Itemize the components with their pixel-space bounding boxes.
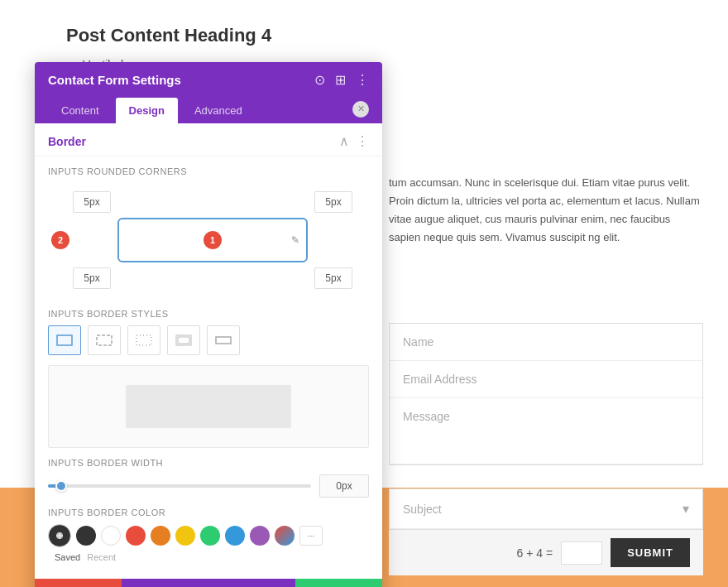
collapse-icon[interactable]: ∧ xyxy=(339,133,349,149)
saved-recent: Saved Recent xyxy=(55,552,116,562)
corner-top-right-input[interactable] xyxy=(314,191,352,213)
redo-button[interactable]: ↻ xyxy=(208,579,295,587)
tab-content[interactable]: Content xyxy=(48,98,113,123)
corners-label: Inputs Rounded Corners xyxy=(48,166,369,176)
double-border-icon xyxy=(175,334,193,347)
panel-header-icons: ⊙ ⊞ ⋮ xyxy=(314,72,369,88)
corner-top-left-input[interactable] xyxy=(73,191,111,213)
settings-icon[interactable]: ⊙ xyxy=(314,72,325,88)
submit-button[interactable]: SUBMIT xyxy=(611,538,690,567)
edit-icon[interactable]: ✎ xyxy=(291,234,299,246)
message-field-placeholder: Message xyxy=(390,398,702,464)
groove-border-icon xyxy=(214,334,232,347)
form-bottom-area: Subject ▾ xyxy=(389,488,703,530)
color-swatch-row: ··· Saved Recent xyxy=(48,524,369,562)
submit-row: 6 + 4 = SUBMIT xyxy=(389,530,703,575)
border-color-label: Inputs Border Color xyxy=(48,508,369,517)
saved-label: Saved xyxy=(55,552,80,562)
corner-bottom-right-input[interactable] xyxy=(314,267,352,289)
section-content: Inputs Rounded Corners 2 1 ✎ xyxy=(35,156,382,579)
svg-rect-0 xyxy=(57,335,72,345)
solid-border-icon xyxy=(55,334,74,347)
subject-row: Subject ▾ xyxy=(390,489,702,529)
swatch-blue[interactable] xyxy=(225,526,245,546)
border-preview-area xyxy=(48,365,369,448)
right-lorem-text: tum accumsan. Nunc in scelerisque dui. E… xyxy=(389,174,703,247)
panel: Contact Form Settings ⊙ ⊞ ⋮ Content Desi… xyxy=(35,62,382,587)
svg-rect-4 xyxy=(178,337,189,344)
dotted-border-icon xyxy=(135,334,153,347)
gradient-swatch[interactable] xyxy=(275,526,295,546)
border-style-dotted[interactable] xyxy=(127,325,160,355)
tab-design[interactable]: Design xyxy=(116,98,178,123)
more-icon[interactable]: ⋮ xyxy=(356,72,369,88)
border-styles-row xyxy=(48,325,369,355)
captcha-text: 6 + 4 = xyxy=(517,546,553,560)
border-style-groove[interactable] xyxy=(207,325,240,355)
panel-footer: ✕ ↺ ↻ ✓ xyxy=(35,579,382,587)
grid-icon[interactable]: ⊞ xyxy=(335,72,346,88)
border-styles-label: Inputs Border Styles xyxy=(48,309,369,319)
eyedropper-button[interactable] xyxy=(48,524,71,547)
corner-bottom-left-input[interactable] xyxy=(73,267,111,289)
border-width-label: Inputs Border Width xyxy=(48,458,369,468)
swatch-black[interactable] xyxy=(76,526,96,546)
panel-title: Contact Form Settings xyxy=(48,73,181,87)
border-style-double[interactable] xyxy=(167,325,200,355)
svg-rect-5 xyxy=(216,337,231,344)
section-more-icon[interactable]: ⋮ xyxy=(356,133,369,149)
swatch-purple[interactable] xyxy=(250,526,270,546)
tab-close-button[interactable]: ✕ xyxy=(352,101,369,118)
slider-value[interactable]: 0px xyxy=(319,474,369,498)
corner-preview: 1 ✎ xyxy=(117,218,308,262)
svg-rect-2 xyxy=(136,335,151,345)
border-section-title: Border xyxy=(48,135,86,148)
confirm-button[interactable]: ✓ xyxy=(295,579,382,587)
svg-rect-1 xyxy=(97,335,112,345)
badge-2: 2 xyxy=(51,231,69,249)
panel-tabs: Content Design Advanced ✕ xyxy=(35,98,382,123)
tab-advanced[interactable]: Advanced xyxy=(181,98,256,123)
border-style-solid[interactable] xyxy=(48,325,81,355)
swatch-orange[interactable] xyxy=(151,526,170,546)
name-field-placeholder: Name xyxy=(390,324,702,361)
badge-1: 1 xyxy=(204,231,222,249)
eyedropper-icon xyxy=(55,531,65,541)
recent-label: Recent xyxy=(87,552,116,562)
post-heading: Post Content Heading 4 xyxy=(0,17,728,55)
more-swatches-button[interactable]: ··· xyxy=(299,526,323,546)
cancel-button[interactable]: ✕ xyxy=(35,579,122,587)
swatch-white[interactable] xyxy=(101,526,121,546)
subject-label: Subject xyxy=(403,503,442,516)
border-width-slider-row: 0px xyxy=(48,474,369,498)
border-section-header: Border ∧ ⋮ xyxy=(35,123,382,156)
panel-header: Contact Form Settings ⊙ ⊞ ⋮ xyxy=(35,62,382,98)
panel-body: Border ∧ ⋮ Inputs Rounded Corners 2 xyxy=(35,123,382,579)
contact-form-right: Name Email Address Message xyxy=(389,323,703,465)
swatch-yellow[interactable] xyxy=(175,526,195,546)
slider-track[interactable] xyxy=(48,484,311,488)
slider-thumb[interactable] xyxy=(55,480,67,492)
swatch-red[interactable] xyxy=(126,526,146,546)
swatch-green[interactable] xyxy=(200,526,220,546)
undo-button[interactable]: ↺ xyxy=(122,579,208,587)
section-actions: ∧ ⋮ xyxy=(339,133,369,149)
subject-arrow-icon: ▾ xyxy=(682,501,689,517)
captcha-input[interactable] xyxy=(561,541,602,565)
email-field-placeholder: Email Address xyxy=(390,361,702,398)
dashed-border-icon xyxy=(95,334,113,347)
border-preview-inner xyxy=(126,385,291,428)
border-style-dashed[interactable] xyxy=(88,325,121,355)
